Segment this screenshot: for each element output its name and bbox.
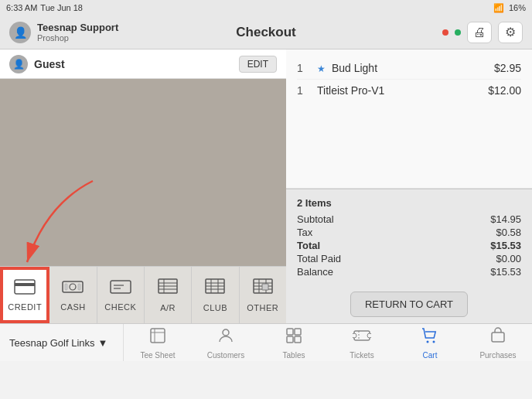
- tab-cart[interactable]: Cart: [396, 324, 464, 361]
- print-icon[interactable]: 🖨: [467, 22, 492, 43]
- status-time: 6:33 AM Tue Jun 18: [6, 3, 83, 12]
- battery: 16%: [509, 3, 526, 12]
- header-text: Teesnap Support Proshop: [37, 22, 118, 43]
- other-icon: [252, 278, 274, 300]
- balance-label: Balance: [297, 266, 333, 278]
- venue-name: Teesnap Golf Links: [9, 337, 95, 349]
- cart-items: 1 ★ Bud Light $2.95 1 Titleist Pro-V1 $1…: [286, 49, 532, 189]
- ar-icon: [157, 278, 179, 300]
- svg-point-41: [433, 340, 435, 343]
- svg-point-38: [367, 333, 371, 338]
- chevron-down-icon: ▼: [98, 337, 108, 349]
- purchases-icon: [489, 326, 507, 350]
- wifi-icon: 📶: [493, 3, 504, 13]
- page-title: Checkout: [133, 25, 399, 40]
- item-name: ★ Bud Light: [311, 62, 494, 74]
- customers-icon: [217, 326, 235, 350]
- item-price: $12.00: [488, 84, 521, 97]
- time: 6:33 AM: [6, 3, 37, 12]
- status-bar: 6:33 AM Tue Jun 18 📶 16%: [0, 0, 532, 15]
- total-label: Total: [297, 240, 320, 251]
- edit-button[interactable]: EDIT: [239, 56, 277, 73]
- return-to-cart-button[interactable]: RETURN TO CART: [350, 292, 468, 317]
- settings-icon[interactable]: ⚙: [498, 22, 523, 43]
- check-button[interactable]: CHECK: [97, 267, 145, 323]
- svg-rect-33: [295, 329, 301, 335]
- club-button[interactable]: CLUB: [192, 267, 239, 323]
- header-icons: 🖨 ⚙: [399, 22, 523, 43]
- club-icon: [204, 278, 226, 300]
- svg-rect-34: [287, 336, 293, 343]
- ar-label: A/R: [160, 303, 176, 312]
- svg-rect-35: [295, 336, 301, 343]
- purchases-label: Purchases: [479, 351, 516, 360]
- credit-label: CREDIT: [8, 302, 42, 312]
- left-panel: 👤 Guest EDIT: [0, 49, 286, 323]
- svg-rect-5: [65, 284, 67, 290]
- other-button[interactable]: OTHER: [240, 267, 286, 323]
- credit-button[interactable]: CREDIT: [0, 267, 49, 323]
- balance-value: $15.53: [490, 266, 521, 278]
- guest-avatar: 👤: [9, 55, 28, 73]
- cart-icon: [421, 326, 439, 350]
- total-paid-value: $0.00: [496, 253, 521, 264]
- svg-rect-32: [287, 329, 293, 335]
- total-paid-label: Total Paid: [297, 253, 341, 264]
- total-row: Total $15.53: [297, 240, 521, 251]
- svg-rect-7: [111, 281, 131, 293]
- tee-sheet-label: Tee Sheet: [140, 351, 175, 360]
- svg-point-40: [427, 340, 429, 343]
- payment-section: CREDIT CASH: [0, 266, 286, 323]
- svg-rect-42: [492, 332, 504, 342]
- main-content: 👤 Guest EDIT: [0, 49, 532, 323]
- cart-label: Cart: [423, 351, 438, 360]
- item-price: $2.95: [494, 62, 521, 74]
- cash-button[interactable]: CASH: [49, 267, 97, 323]
- tab-tee-sheet[interactable]: Tee Sheet: [124, 324, 192, 361]
- user-name: Teesnap Support: [37, 22, 118, 33]
- tax-value: $0.58: [496, 227, 521, 238]
- header: 👤 Teesnap Support Proshop Checkout 🖨 ⚙: [0, 15, 532, 49]
- check-label: CHECK: [104, 302, 136, 312]
- return-btn-row: RETURN TO CART: [286, 285, 532, 323]
- ar-button[interactable]: A/R: [145, 267, 192, 323]
- svg-point-31: [223, 329, 229, 336]
- club-label: CLUB: [203, 303, 227, 312]
- right-panel: 1 ★ Bud Light $2.95 1 Titleist Pro-V1 $1…: [286, 49, 532, 323]
- tax-label: Tax: [297, 227, 312, 238]
- subtotal-value: $14.95: [490, 213, 521, 225]
- item-qty: 1: [297, 84, 311, 97]
- guest-name: Guest: [34, 58, 233, 70]
- totals-section: 2 Items Subtotal $14.95 Tax $0.58 Total …: [286, 189, 532, 285]
- cash-icon: [62, 279, 84, 299]
- tables-label: Tables: [283, 351, 305, 360]
- subtotal-label: Subtotal: [297, 213, 334, 225]
- items-count: 2 Items: [297, 197, 332, 209]
- status-dot-green: [455, 29, 461, 36]
- item-qty: 1: [297, 62, 311, 74]
- table-row: 1 ★ Bud Light $2.95: [297, 57, 521, 80]
- venue-selector[interactable]: Teesnap Golf Links ▼: [0, 324, 124, 361]
- tab-tables[interactable]: Tables: [260, 324, 328, 361]
- shop-name: Proshop: [37, 33, 118, 43]
- credit-icon: [14, 279, 36, 299]
- tab-tickets[interactable]: Tickets: [328, 324, 396, 361]
- date: Tue Jun 18: [40, 3, 83, 12]
- svg-point-37: [353, 333, 356, 338]
- tab-purchases[interactable]: Purchases: [464, 324, 532, 361]
- subtotal-row: Subtotal $14.95: [297, 213, 521, 225]
- total-value: $15.53: [490, 240, 521, 251]
- star-icon: ★: [317, 63, 326, 74]
- svg-rect-1: [15, 280, 35, 294]
- item-name: Titleist Pro-V1: [311, 84, 488, 97]
- tab-bar-center: Tee Sheet Customers Tables: [124, 324, 532, 361]
- header-left: 👤 Teesnap Support Proshop: [9, 22, 133, 43]
- svg-rect-27: [262, 284, 268, 290]
- tab-customers[interactable]: Customers: [192, 324, 260, 361]
- totals-grid: Subtotal $14.95 Tax $0.58 Total $15.53 T…: [297, 213, 521, 278]
- tee-sheet-icon: [148, 326, 167, 350]
- tab-bar: Teesnap Golf Links ▼ Tee Sheet Customers: [0, 323, 532, 361]
- svg-rect-6: [78, 284, 80, 290]
- svg-rect-2: [15, 283, 35, 286]
- cash-label: CASH: [60, 302, 86, 312]
